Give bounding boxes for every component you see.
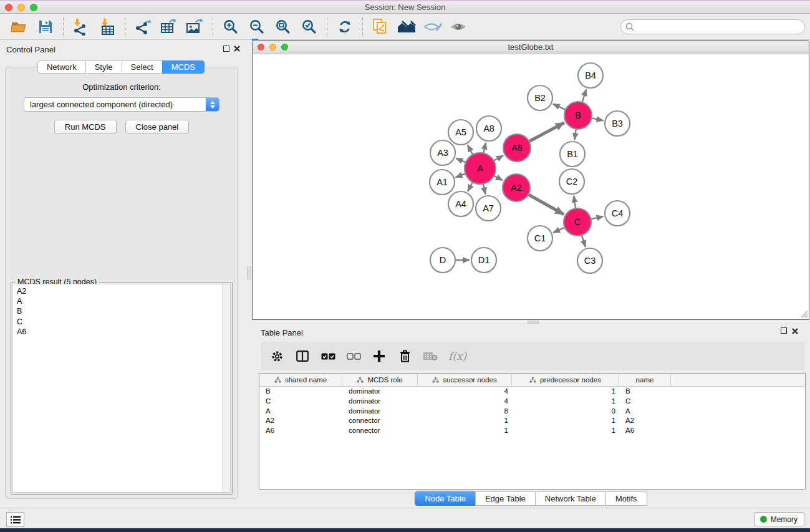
node-A4[interactable]: A4: [448, 191, 473, 216]
node-A2[interactable]: A2: [503, 174, 530, 201]
edge-B-B4[interactable]: [582, 89, 587, 102]
run-mcds-button[interactable]: Run MCDS: [54, 120, 117, 134]
import-table-icon[interactable]: [94, 17, 120, 37]
table-row[interactable]: A6connector11A6: [259, 426, 805, 436]
edge-C-C1[interactable]: [553, 228, 565, 233]
cell-predecessor-nodes[interactable]: 1: [512, 387, 619, 397]
column-header-name[interactable]: name: [619, 374, 671, 386]
column-header-predecessor-nodes[interactable]: predecessor nodes: [512, 374, 619, 386]
cell-successor-nodes[interactable]: 1: [418, 416, 512, 426]
task-history-button[interactable]: [6, 512, 24, 527]
import-network-icon[interactable]: [68, 17, 94, 37]
settings-gear-icon[interactable]: [269, 349, 284, 364]
cell-MCDS-role[interactable]: dominator: [342, 407, 418, 417]
export-table-icon[interactable]: [156, 17, 182, 37]
edge-B-B1[interactable]: [574, 129, 576, 140]
network-graph[interactable]: B4B2BB3A5A8A6A3B1AC2A1A2A4A7C4CC1C3DD1: [253, 54, 809, 319]
node-B4[interactable]: B4: [578, 63, 603, 88]
cell-shared-name[interactable]: A2: [259, 416, 342, 426]
hide-graphics-details-icon[interactable]: [420, 17, 446, 37]
node-A6[interactable]: A6: [503, 134, 531, 162]
node-A3[interactable]: A3: [430, 140, 455, 165]
cell-MCDS-role[interactable]: connector: [342, 426, 418, 436]
edge-A-A6[interactable]: [494, 155, 503, 161]
cell-predecessor-nodes[interactable]: 1: [512, 416, 619, 426]
export-network-icon[interactable]: [130, 17, 156, 37]
horizontal-split-handle[interactable]: [528, 321, 539, 324]
edge-A-A5[interactable]: [468, 145, 473, 155]
zoom-out-icon[interactable]: [244, 17, 270, 37]
zoom-fit-icon[interactable]: [270, 17, 296, 37]
node-A7[interactable]: A7: [476, 196, 501, 221]
zoom-selected-icon[interactable]: [296, 17, 322, 37]
node-C[interactable]: C: [564, 208, 591, 236]
zoom-in-icon[interactable]: [218, 17, 244, 37]
refresh-icon[interactable]: [332, 17, 358, 37]
tab-node-table[interactable]: Node Table: [415, 491, 476, 506]
cell-shared-name[interactable]: C: [259, 397, 342, 407]
column-header-successor-nodes[interactable]: successor nodes: [418, 374, 512, 386]
open-network-file-icon[interactable]: [367, 17, 393, 37]
cell-successor-nodes[interactable]: 4: [418, 397, 512, 407]
cell-predecessor-nodes[interactable]: 0: [512, 407, 619, 417]
node-C3[interactable]: C3: [577, 248, 602, 273]
node-A[interactable]: A: [465, 153, 496, 184]
tab-network-table[interactable]: Network Table: [535, 491, 606, 506]
tab-style[interactable]: Style: [85, 60, 122, 74]
cell-name[interactable]: A: [619, 407, 671, 417]
edge-A2-C[interactable]: [528, 195, 564, 215]
edge-A-A8[interactable]: [483, 143, 486, 153]
node-C4[interactable]: C4: [605, 201, 630, 226]
node-table[interactable]: shared nameMCDS rolesuccessor nodesprede…: [259, 373, 806, 490]
home-icon[interactable]: [393, 17, 420, 37]
cell-predecessor-nodes[interactable]: 1: [512, 397, 619, 407]
save-session-icon[interactable]: [32, 17, 59, 37]
tab-network[interactable]: Network: [37, 60, 86, 74]
cell-name[interactable]: A6: [619, 426, 671, 436]
edge-A-A4[interactable]: [468, 182, 473, 191]
result-item[interactable]: A2: [17, 286, 226, 296]
tab-select[interactable]: Select: [122, 60, 163, 74]
table-row[interactable]: Bdominator41B: [259, 387, 805, 397]
cell-shared-name[interactable]: A: [259, 407, 342, 417]
node-D1[interactable]: D1: [471, 248, 496, 273]
open-session-icon[interactable]: [6, 17, 32, 37]
edge-C-C2[interactable]: [574, 196, 576, 208]
cell-name[interactable]: C: [619, 397, 671, 407]
node-C1[interactable]: C1: [528, 226, 552, 251]
add-column-icon[interactable]: [372, 349, 387, 364]
edge-A-A7[interactable]: [483, 184, 485, 195]
vertical-split-handle[interactable]: [247, 267, 251, 279]
table-row[interactable]: A2connector11A2: [259, 416, 805, 426]
float-panel-icon[interactable]: [223, 46, 229, 52]
node-A5[interactable]: A5: [448, 120, 473, 145]
cell-name[interactable]: B: [619, 387, 671, 397]
cell-predecessor-nodes[interactable]: 1: [512, 426, 619, 436]
cell-MCDS-role[interactable]: connector: [342, 416, 418, 426]
table-row[interactable]: Cdominator41C: [259, 397, 805, 407]
edge-A-A3[interactable]: [456, 158, 466, 163]
result-item[interactable]: A6: [17, 327, 226, 337]
table-row[interactable]: Adominator80A: [259, 407, 805, 417]
edge-C-C3[interactable]: [582, 235, 586, 247]
cell-MCDS-role[interactable]: dominator: [342, 397, 418, 407]
cell-successor-nodes[interactable]: 4: [418, 387, 512, 397]
cell-successor-nodes[interactable]: 8: [418, 407, 512, 417]
result-item[interactable]: C: [17, 317, 226, 327]
tab-motifs[interactable]: Motifs: [605, 491, 647, 506]
criterion-select[interactable]: largest connected component (directed): [24, 97, 219, 112]
cell-successor-nodes[interactable]: 1: [418, 426, 512, 436]
close-panel-icon[interactable]: [233, 45, 241, 52]
node-A8[interactable]: A8: [476, 116, 501, 141]
edge-B-B3[interactable]: [592, 118, 604, 120]
select-all-columns-icon[interactable]: [321, 349, 335, 364]
delete-column-icon[interactable]: [397, 349, 412, 364]
close-panel-button[interactable]: Close panel: [125, 120, 190, 134]
edge-A-A1[interactable]: [456, 174, 466, 178]
result-item[interactable]: A: [17, 296, 226, 306]
column-header-MCDS-role[interactable]: MCDS role: [342, 374, 418, 386]
cell-shared-name[interactable]: A6: [259, 426, 342, 436]
cell-MCDS-role[interactable]: dominator: [342, 387, 418, 397]
network-window-titlebar[interactable]: testGlobe.txt: [253, 41, 809, 54]
cell-shared-name[interactable]: B: [259, 387, 342, 397]
